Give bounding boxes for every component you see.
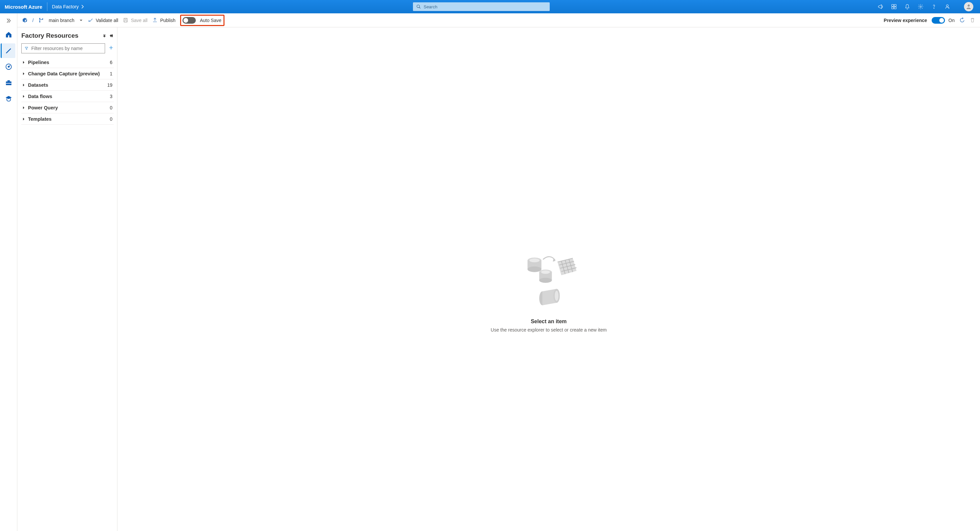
branch-name[interactable]: main branch <box>49 17 75 23</box>
gear-icon[interactable] <box>914 0 927 13</box>
delete-button <box>970 17 975 23</box>
svg-rect-21 <box>124 20 127 22</box>
chevron-right-icon <box>22 83 25 87</box>
chevron-double-right-icon <box>6 18 11 23</box>
azure-topbar: Microsoft Azure Data Factory Search <box>0 0 980 13</box>
preview-experience-label: Preview experience <box>884 17 927 23</box>
validate-all-button[interactable]: Validate all <box>88 17 118 23</box>
svg-point-8 <box>946 5 948 7</box>
toolbox-icon <box>5 79 12 86</box>
svg-line-1 <box>419 7 421 9</box>
svg-rect-5 <box>894 7 896 9</box>
filter-icon <box>24 46 29 51</box>
svg-point-28 <box>539 278 552 283</box>
home-icon <box>5 31 12 38</box>
product-label: Data Factory <box>52 4 79 10</box>
trash-icon <box>970 17 975 23</box>
svg-point-6 <box>920 6 922 8</box>
tree-item-cdc[interactable]: Change Data Capture (preview) 1 <box>21 68 114 79</box>
chevron-down-icon <box>79 18 83 22</box>
auto-save-highlight: Auto Save <box>180 15 224 26</box>
branch-icon[interactable] <box>38 17 44 23</box>
svg-point-0 <box>417 5 420 8</box>
rail-author[interactable] <box>1 43 15 58</box>
rail-home[interactable] <box>2 27 16 42</box>
svg-point-29 <box>541 270 550 274</box>
svg-point-9 <box>967 4 970 7</box>
announce-icon[interactable] <box>874 0 887 13</box>
save-icon <box>123 17 129 23</box>
expand-all-icon[interactable] <box>102 34 107 38</box>
svg-point-32 <box>555 291 558 301</box>
rail-toggle[interactable] <box>2 15 15 26</box>
chevron-right-icon <box>81 5 84 9</box>
chevron-right-icon <box>22 106 25 110</box>
tree-item-datasets[interactable]: Datasets 19 <box>21 79 114 91</box>
svg-point-17 <box>39 21 40 23</box>
data-factory-icon[interactable] <box>22 17 28 23</box>
svg-rect-4 <box>892 7 894 9</box>
refresh-button[interactable] <box>959 17 965 23</box>
canvas: Select an item Use the resource explorer… <box>118 27 980 531</box>
brand-label[interactable]: Microsoft Azure <box>0 4 47 10</box>
svg-rect-2 <box>892 4 894 6</box>
bell-icon[interactable] <box>900 0 914 13</box>
rail-learn[interactable] <box>2 91 16 106</box>
feedback-icon[interactable] <box>941 0 954 13</box>
svg-point-25 <box>529 259 539 262</box>
publish-icon <box>152 17 158 23</box>
placeholder-illustration <box>517 253 581 313</box>
svg-point-24 <box>528 267 542 272</box>
avatar[interactable] <box>964 2 973 11</box>
auto-save-label: Auto Save <box>200 17 221 23</box>
chevron-right-icon <box>22 72 25 75</box>
product-breadcrumb[interactable]: Data Factory <box>48 4 89 10</box>
tree-item-templates[interactable]: Templates 0 <box>21 113 114 125</box>
filter-input-container[interactable] <box>21 43 105 53</box>
search-icon <box>416 4 421 9</box>
tree-item-dataflows[interactable]: Data flows 3 <box>21 91 114 102</box>
tree-item-pipelines[interactable]: Pipelines 6 <box>21 57 114 68</box>
graduation-cap-icon <box>5 95 12 102</box>
svg-rect-3 <box>894 4 896 6</box>
factory-resources-panel: Factory Resources <box>18 27 118 531</box>
rail-monitor[interactable] <box>2 59 16 74</box>
gauge-icon <box>5 63 12 70</box>
resources-title: Factory Resources <box>21 32 78 39</box>
save-all-button: Save all <box>123 17 148 23</box>
svg-rect-15 <box>6 83 11 84</box>
auto-save-toggle[interactable] <box>183 17 196 24</box>
branch-dropdown[interactable] <box>79 18 83 22</box>
plus-icon <box>108 45 114 50</box>
svg-point-16 <box>39 18 40 19</box>
chevron-right-icon <box>22 118 25 121</box>
filter-input[interactable] <box>31 46 102 51</box>
refresh-icon <box>959 17 965 23</box>
svg-rect-20 <box>125 18 127 20</box>
checkmark-icon <box>88 17 94 23</box>
tree-item-powerquery[interactable]: Power Query 0 <box>21 102 114 113</box>
preview-experience-toggle[interactable]: On <box>932 17 955 24</box>
svg-point-7 <box>934 8 934 9</box>
chevron-right-icon <box>22 61 25 64</box>
publish-button[interactable]: Publish <box>152 17 175 23</box>
canvas-subtitle: Use the resource explorer to select or c… <box>491 327 607 332</box>
canvas-title: Select an item <box>531 318 567 324</box>
chevron-right-icon <box>22 95 25 98</box>
pencil-icon <box>5 47 12 54</box>
help-icon[interactable] <box>927 0 941 13</box>
copilot-icon[interactable] <box>887 0 900 13</box>
svg-rect-14 <box>7 80 10 82</box>
collapse-panel-icon[interactable] <box>110 34 114 38</box>
author-toolbar: / main branch Validate all Save all Publ… <box>18 13 980 27</box>
search-placeholder: Search <box>424 4 437 10</box>
breadcrumb-separator: / <box>32 17 34 23</box>
left-rail <box>0 13 18 531</box>
rail-manage[interactable] <box>2 75 16 90</box>
add-resource-button[interactable] <box>108 45 114 52</box>
global-search[interactable]: Search <box>413 2 550 11</box>
